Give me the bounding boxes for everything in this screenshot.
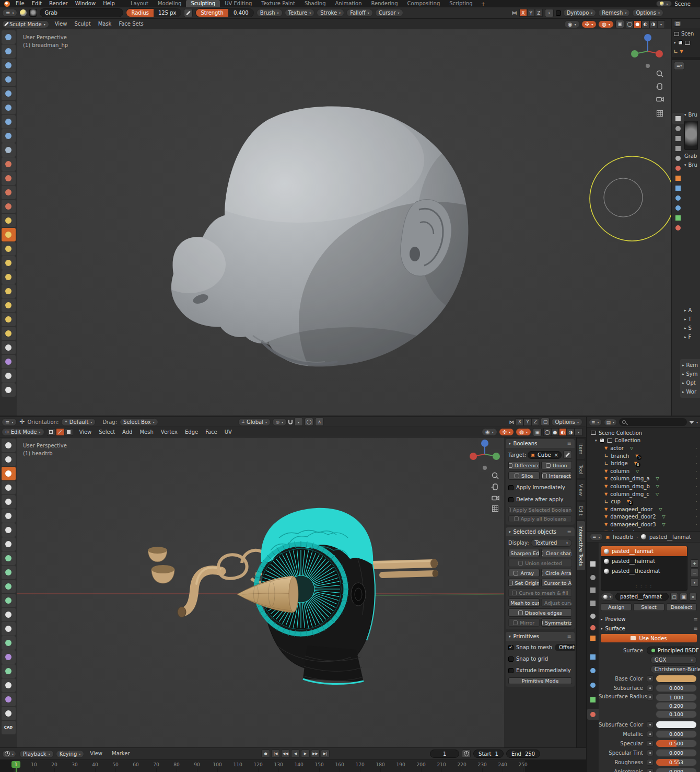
tool-inflate[interactable] xyxy=(2,101,16,114)
start-frame-field[interactable]: Start1 xyxy=(473,750,504,758)
dyntopo-popover[interactable]: Dyntopo▾ xyxy=(563,9,596,17)
current-frame-marker[interactable]: 1 xyxy=(11,761,20,768)
outliner-row-damageed-door3[interactable]: ▼damageed_door3▽· xyxy=(587,521,700,528)
timeline-menu-keying[interactable]: Keying▾ xyxy=(56,750,85,758)
xray-toggle[interactable]: ◍▾ xyxy=(598,20,614,28)
clipped-properties-tab-render[interactable] xyxy=(672,123,684,134)
menu-face[interactable]: Face xyxy=(202,429,221,436)
apply-immediately-checkbox[interactable] xyxy=(508,485,514,490)
clipped-object-row[interactable]: ∟▼ xyxy=(672,47,700,56)
tool-scrape[interactable] xyxy=(2,186,16,199)
value-slider-subsurface[interactable]: 0.000 xyxy=(656,684,697,692)
visibility-toggle[interactable]: · xyxy=(696,453,697,459)
shading-wireframe-button[interactable]: ◯ xyxy=(626,20,634,28)
workspace-tab-texture-paint[interactable]: Texture Paint xyxy=(256,0,300,7)
button-circle-array[interactable]: Circle Array xyxy=(541,569,573,577)
move-gizmo-icon[interactable]: ✛ xyxy=(19,418,25,425)
outliner-row-scene-collection[interactable]: Scene Collection xyxy=(587,429,700,437)
browse-material-button[interactable]: ▾ xyxy=(601,593,614,601)
tool-move[interactable] xyxy=(2,467,16,480)
tool-spin[interactable] xyxy=(2,650,16,664)
distribution-dropdown[interactable]: GGX▾ xyxy=(650,656,697,664)
clipped-scene-row[interactable]: Scen xyxy=(672,29,700,38)
shading-dropdown[interactable]: ▾ xyxy=(657,20,665,28)
visibility-toggle[interactable]: · xyxy=(696,460,697,466)
tool-clay-strips[interactable] xyxy=(2,73,16,86)
collapsed-group-rem[interactable]: ▸Rem xyxy=(680,361,700,370)
button-symmetrize[interactable]: Symmetrize xyxy=(541,618,573,627)
properties-editor-type-button[interactable]: ≡▾ xyxy=(590,533,603,540)
tool-switcher[interactable]: ≡▾ xyxy=(2,9,17,17)
play-reverse-button[interactable]: ◀ xyxy=(291,750,300,758)
slot-specials-button[interactable]: ▾ xyxy=(690,578,699,586)
workspace-tab-uv-editing[interactable]: UV Editing xyxy=(220,0,256,7)
workspace-tab-scripting[interactable]: Scripting xyxy=(445,0,477,7)
menu-uv[interactable]: UV xyxy=(221,429,236,436)
tool-edge-slide[interactable] xyxy=(2,678,16,692)
intersect-button[interactable]: Intersect xyxy=(541,471,573,480)
edge-select-button[interactable] xyxy=(56,428,64,436)
popover-falloff[interactable]: Falloff▾ xyxy=(346,9,373,17)
visibility-toggle[interactable]: · xyxy=(696,506,697,512)
popover-cursor[interactable]: Cursor▾ xyxy=(375,9,403,17)
animate-property-button[interactable] xyxy=(647,740,654,747)
tool-draw[interactable] xyxy=(2,30,16,44)
visibility-toggle[interactable]: · xyxy=(696,476,697,481)
animate-property-button[interactable] xyxy=(647,694,654,700)
tool-clay[interactable] xyxy=(2,59,16,72)
tool-scale[interactable] xyxy=(2,495,16,509)
collapsed-panel-a[interactable]: ▸A xyxy=(682,306,700,315)
clipped-properties-tab-view-layer[interactable] xyxy=(672,143,684,154)
workspace-tab-shading[interactable]: Shading xyxy=(300,0,331,7)
tool-pose[interactable] xyxy=(2,284,16,298)
select-button[interactable]: Select xyxy=(633,603,664,611)
brush-name-field[interactable]: Grab xyxy=(40,8,123,17)
tool-elastic-deform[interactable] xyxy=(2,242,16,256)
sidebar-tab-item[interactable]: Item xyxy=(577,439,585,459)
outliner-row-column-dmg-b[interactable]: ▼column_dmg_b▽· xyxy=(587,482,700,490)
apply-all-booleans-button[interactable]: Apply all Booleans xyxy=(508,515,572,522)
button-array[interactable]: Array xyxy=(508,569,540,577)
properties-tab-output[interactable] xyxy=(587,584,599,595)
tool-bevel[interactable] xyxy=(2,594,16,607)
mirror-x-button[interactable]: X xyxy=(516,418,523,426)
collapsed-panel-t[interactable]: ▸T xyxy=(682,315,700,324)
editor-display-icon[interactable]: ▤ xyxy=(674,20,681,27)
tool-rotate[interactable] xyxy=(2,481,16,494)
properties-tab-particles[interactable] xyxy=(587,665,599,676)
symmetry-dropdown[interactable]: ▾ xyxy=(545,9,554,17)
symmetry-y-button[interactable]: Y xyxy=(527,9,535,17)
tool-flatten[interactable] xyxy=(2,157,16,171)
mode-dropdown[interactable]: Sculpt Mode▾ xyxy=(2,20,49,28)
menu-render[interactable]: Render xyxy=(45,0,72,7)
new-material-button[interactable]: ▣ xyxy=(680,593,687,601)
radius-slider[interactable]: Radius 125 px xyxy=(126,8,181,17)
properties-tab-physics[interactable] xyxy=(587,679,599,690)
options-popover[interactable]: Options▾ xyxy=(551,418,582,426)
collapsed-group-sym[interactable]: ▸Sym xyxy=(680,370,700,378)
material-slot-pasted-fanmat[interactable]: pasted__fanmat xyxy=(601,546,687,556)
button-dissolve-edges[interactable]: Dissolve edges xyxy=(508,608,572,617)
clipped-properties-tab-world[interactable] xyxy=(672,163,684,174)
offset-field[interactable]: Offset0.01 xyxy=(555,644,575,651)
compositor-icon[interactable]: ▣ xyxy=(615,20,624,28)
filter-icon[interactable] xyxy=(689,421,694,424)
pressure-sensitivity-button[interactable] xyxy=(184,9,193,17)
symmetry-x-button[interactable]: X xyxy=(519,9,527,17)
material-slot-pasted-theadmat[interactable]: pasted__theadmat xyxy=(601,566,687,576)
edit-3d-viewport[interactable]: User Perspective (1) headtrb xyxy=(17,437,504,747)
edit-viewport-canvas[interactable] xyxy=(17,437,504,747)
options-popover[interactable]: Options▾ xyxy=(632,9,663,17)
tool-shear[interactable] xyxy=(2,693,16,706)
unlink-material-button[interactable]: × xyxy=(689,593,697,601)
visibility-toggle[interactable]: · xyxy=(696,514,697,520)
collection-checkbox[interactable] xyxy=(678,40,683,45)
value-slider[interactable]: 1.000 xyxy=(656,694,697,701)
outliner-row-collection[interactable]: ▾Collection xyxy=(587,437,700,445)
shading-solid-button[interactable]: ● xyxy=(551,428,559,436)
menu-mesh[interactable]: Mesh xyxy=(136,429,157,436)
shading-material-button[interactable]: ◐ xyxy=(559,428,567,436)
tool-poly-build[interactable] xyxy=(2,636,16,650)
tool-multiplane-scrape[interactable] xyxy=(2,200,16,213)
collection-checkbox[interactable] xyxy=(600,438,604,443)
